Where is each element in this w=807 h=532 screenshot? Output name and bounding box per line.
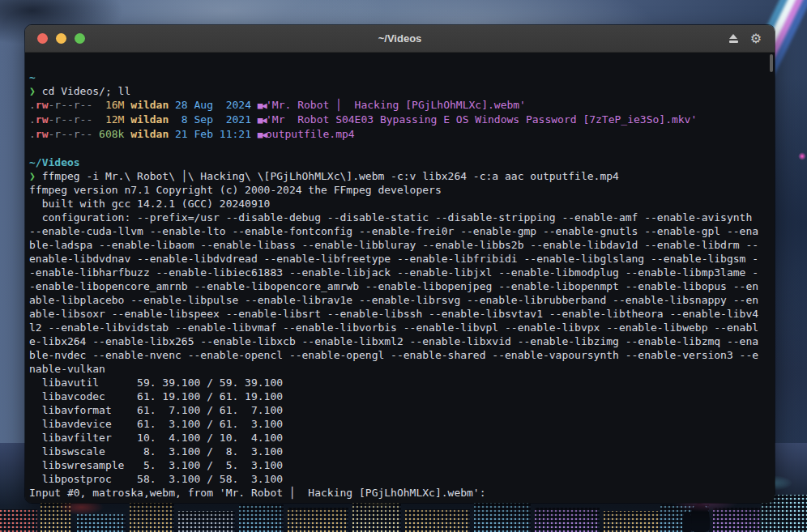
terminal-text: --enable-cuda-llvm --enable-lto --enable… bbox=[29, 225, 758, 237]
terminal-line: .rw-r--r-- 16M wildan 28 Aug 2024 ■◀'Mr.… bbox=[29, 98, 771, 113]
terminal-text: 608k bbox=[92, 128, 124, 140]
terminal-line: libavcodec 61. 19.100 / 61. 19.100 bbox=[29, 389, 771, 403]
terminal-text bbox=[251, 113, 258, 126]
close-button[interactable] bbox=[37, 33, 48, 44]
eject-icon[interactable] bbox=[729, 34, 738, 43]
terminal-text: libpostproc 58. 3.100 / 58. 3.100 bbox=[29, 473, 283, 485]
terminal-text: built with gcc 14.2.1 (GCC) 20240910 bbox=[29, 198, 270, 210]
terminal-text: . bbox=[29, 113, 36, 126]
terminal-text bbox=[251, 128, 258, 140]
terminal-text: 8 Sep 2021 bbox=[175, 113, 251, 126]
terminal-line: configuration: --prefix=/usr --disable-d… bbox=[29, 211, 771, 224]
terminal-text: libavformat 61. 7.100 / 61. 7.100 bbox=[29, 404, 283, 416]
building bbox=[41, 503, 71, 532]
terminal-line: ❯ ffmpeg -i Mr.\ Robot\ │\ Hacking\ \[PG… bbox=[29, 169, 771, 183]
terminal-text: outputfile.mp4 bbox=[266, 128, 355, 140]
terminal-text: 28 Aug 2024 bbox=[175, 99, 251, 111]
building bbox=[604, 511, 660, 532]
terminal-text: libavcodec 61. 19.100 / 61. 19.100 bbox=[29, 390, 283, 402]
building bbox=[660, 504, 709, 532]
terminal-line: l2 --enable-libvidstab --enable-libvmaf … bbox=[29, 321, 771, 334]
terminal-lines: ~❯ cd Videos/; ll.rw-r--r-- 16M wildan 2… bbox=[29, 70, 771, 500]
terminal-text: cd Videos/; ll bbox=[36, 85, 130, 97]
terminal-line: -enable-libharfbuzz --enable-libiec61883… bbox=[29, 266, 771, 279]
terminal-line: libavformat 61. 7.100 / 61. 7.100 bbox=[29, 403, 771, 417]
building bbox=[535, 508, 600, 532]
scrollbar-thumb[interactable] bbox=[770, 54, 773, 72]
desktop: { "window": { "title": "~/Videos", "gear… bbox=[0, 0, 807, 532]
terminal-line: .rw-r--r-- 608k wildan 21 Feb 11:21 ■◀ou… bbox=[29, 127, 771, 142]
terminal-line: .rw-r--r-- 12M wildan 8 Sep 2021 ■◀'Mr R… bbox=[29, 113, 771, 127]
terminal-text: libavdevice 61. 3.100 / 61. 3.100 bbox=[29, 418, 283, 430]
terminal-line: e-libx264 --enable-libx265 --enable-libx… bbox=[29, 334, 771, 348]
terminal-line bbox=[29, 142, 771, 155]
maximize-button[interactable] bbox=[75, 33, 85, 44]
gear-icon[interactable]: ⚙ bbox=[750, 32, 762, 45]
terminal-text: -r--r-- bbox=[48, 113, 92, 126]
terminal-text: libswscale 8. 3.100 / 8. 3.100 bbox=[29, 445, 283, 458]
window-controls bbox=[25, 33, 85, 44]
titlebar: ~/Videos ⚙ bbox=[25, 25, 775, 53]
terminal-text: 21 Feb 11:21 bbox=[175, 128, 251, 140]
terminal-line: able-libplacebo --enable-libpulse --enab… bbox=[29, 293, 771, 307]
person-silhouette bbox=[690, 503, 710, 532]
terminal-text: ble-nvdec --enable-nvenc --enable-opencl… bbox=[29, 349, 758, 361]
terminal-text: 'Mr. Robot │ Hacking [PGjLhOhMLXc].webm' bbox=[266, 99, 526, 111]
building bbox=[77, 514, 126, 532]
terminal-line: ble-nvdec --enable-nvenc --enable-opencl… bbox=[29, 348, 771, 362]
terminal-text: . bbox=[29, 128, 36, 140]
terminal-text: ble-ladspa --enable-libaom --enable-liba… bbox=[29, 239, 758, 251]
terminal-text: ~ bbox=[29, 71, 36, 83]
terminal-text bbox=[29, 143, 36, 155]
terminal-text: -r--r-- bbox=[48, 128, 92, 140]
terminal-text: enable-libdvdnav --enable-libdvdread --e… bbox=[29, 253, 758, 265]
video-file-icon: ■◀ bbox=[258, 130, 266, 140]
building bbox=[474, 501, 531, 532]
terminal-text: ffmpeg -i Mr.\ Robot\ │\ Hacking\ \[PGjL… bbox=[36, 170, 619, 182]
terminal-line: ~/Videos bbox=[29, 155, 771, 169]
terminal-output[interactable]: ~❯ cd Videos/; ll.rw-r--r-- 16M wildan 2… bbox=[25, 53, 775, 504]
terminal-line: ~ bbox=[29, 70, 771, 84]
building bbox=[0, 509, 37, 532]
building bbox=[713, 508, 760, 532]
terminal-text: libavfilter 10. 4.100 / 10. 4.100 bbox=[29, 432, 283, 444]
terminal-line: nable-vulkan bbox=[29, 362, 771, 376]
building bbox=[178, 511, 235, 532]
terminal-text: wildan bbox=[130, 99, 169, 111]
terminal-text bbox=[169, 128, 175, 140]
building bbox=[239, 504, 284, 532]
terminal-line: --enable-cuda-llvm --enable-lto --enable… bbox=[29, 224, 771, 238]
terminal-text: rw bbox=[36, 113, 49, 126]
terminal-line: ffmpeg version n7.1 Copyright (c) 2000-2… bbox=[29, 183, 771, 197]
terminal-text: -enable-libharfbuzz --enable-libiec61883… bbox=[29, 266, 758, 279]
terminal-text: rw bbox=[36, 128, 49, 140]
terminal-line: enable-libdvdnav --enable-libdvdread --e… bbox=[29, 252, 771, 266]
terminal-text: 'Mr Robot S04E03 Bypassing E OS Windows … bbox=[266, 113, 697, 126]
terminal-text: ffmpeg version n7.1 Copyright (c) 2000-2… bbox=[29, 184, 442, 196]
terminal-text: wildan bbox=[130, 128, 169, 140]
magenta-glow bbox=[798, 152, 806, 160]
terminal-line: libavfilter 10. 4.100 / 10. 4.100 bbox=[29, 431, 771, 445]
terminal-text: configuration: --prefix=/usr --disable-d… bbox=[29, 211, 752, 223]
terminal-text: 12M bbox=[92, 113, 124, 126]
terminal-line: -enable-libopencore_amrnb --enable-libop… bbox=[29, 279, 771, 293]
terminal-line: libpostproc 58. 3.100 / 58. 3.100 bbox=[29, 472, 771, 486]
video-file-icon: ■◀ bbox=[258, 100, 266, 111]
terminal-text bbox=[169, 113, 175, 126]
terminal-text: Input #0, matroska,webm, from 'Mr. Robot… bbox=[29, 487, 486, 499]
terminal-line: ❯ cd Videos/; ll bbox=[29, 84, 771, 98]
terminal-text: . bbox=[29, 99, 36, 111]
terminal-text: libswresample 5. 3.100 / 5. 3.100 bbox=[29, 459, 283, 471]
building bbox=[288, 508, 348, 532]
video-file-icon: ■◀ bbox=[258, 115, 266, 126]
window-title: ~/Videos bbox=[25, 32, 775, 45]
terminal-text: ❯ bbox=[29, 170, 36, 182]
terminal-text: wildan bbox=[130, 113, 169, 126]
terminal-window: ~/Videos ⚙ ~❯ cd Videos/; ll.rw-r--r-- 1… bbox=[24, 24, 775, 504]
building bbox=[405, 509, 470, 532]
terminal-text: ❯ bbox=[29, 85, 36, 97]
terminal-line: libswresample 5. 3.100 / 5. 3.100 bbox=[29, 458, 771, 472]
minimize-button[interactable] bbox=[56, 33, 66, 44]
terminal-line: built with gcc 14.2.1 (GCC) 20240910 bbox=[29, 197, 771, 211]
terminal-text bbox=[251, 99, 258, 111]
